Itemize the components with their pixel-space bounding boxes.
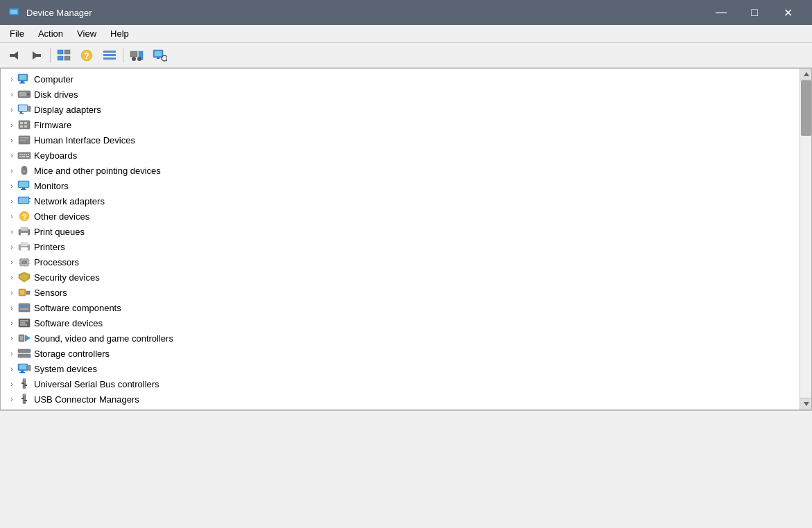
svg-point-23 — [162, 55, 167, 61]
svg-point-18 — [132, 57, 136, 61]
icon-software-devices — [17, 317, 31, 328]
tree-item-other[interactable]: › ? Other devices — [1, 209, 800, 224]
svg-rect-22 — [157, 58, 159, 59]
svg-rect-14 — [103, 54, 116, 56]
tree-item-usb[interactable]: › Universal Serial Bus controllers — [1, 376, 800, 391]
tree-item-sensors[interactable]: › Sensors — [1, 285, 800, 300]
label-mice: Mice and other pointing devices — [34, 166, 161, 176]
chevron-firmware: › — [6, 119, 17, 130]
svg-rect-63 — [19, 197, 28, 203]
svg-rect-47 — [19, 154, 21, 155]
scroll-down-button[interactable] — [800, 398, 812, 410]
forward-icon — [30, 49, 44, 62]
svg-rect-116 — [24, 385, 27, 386]
icon-print-queues — [17, 226, 31, 237]
toolbar-forward-button[interactable] — [26, 45, 48, 66]
label-monitors: Monitors — [34, 181, 69, 191]
svg-point-118 — [23, 394, 26, 396]
tree-item-keyboards[interactable]: › Keyboards — [1, 148, 800, 163]
status-bar — [0, 410, 812, 425]
svg-rect-99 — [20, 322, 26, 324]
scroll-thumb[interactable] — [801, 80, 811, 136]
svg-point-75 — [27, 246, 28, 247]
label-display-adapters: Display adapters — [34, 105, 101, 115]
chevron-usb-connector: › — [6, 394, 17, 405]
tree-item-mice[interactable]: › Mice and other pointing devices — [1, 163, 800, 178]
tree-item-network[interactable]: › Network adapters — [1, 193, 800, 209]
tree-item-security[interactable]: › Security devices — [1, 270, 800, 285]
tree-item-printers[interactable]: › Printers — [1, 239, 800, 254]
icon-other: ? — [17, 211, 31, 222]
svg-point-114 — [23, 378, 26, 381]
svg-marker-103 — [25, 335, 31, 342]
scroll-up-button[interactable] — [800, 69, 812, 80]
tree-item-hid[interactable]: › Human Interface Devices — [1, 132, 800, 148]
icon-mice — [17, 165, 31, 176]
label-firmware: Firmware — [34, 120, 71, 130]
icon-usb-connector — [17, 394, 31, 405]
tree-item-print-queues[interactable]: › Print queues — [1, 224, 800, 239]
tree-item-storage[interactable]: › Storage controllers — [1, 346, 800, 361]
tree-item-processors[interactable]: › — [1, 254, 800, 270]
toolbar-properties-button[interactable] — [53, 45, 75, 66]
tree-item-software-devices[interactable]: › Software devices — [1, 315, 800, 331]
svg-rect-44 — [20, 139, 28, 139]
icon-monitors — [17, 180, 31, 191]
icon-storage — [17, 348, 31, 359]
svg-rect-49 — [24, 154, 25, 155]
scrollbar[interactable] — [800, 69, 811, 410]
svg-rect-28 — [19, 82, 25, 84]
svg-rect-54 — [26, 156, 29, 157]
menu-file[interactable]: File — [3, 26, 31, 42]
toolbar-separator-1 — [50, 48, 51, 63]
icon-keyboards — [17, 150, 31, 161]
svg-rect-115 — [21, 382, 24, 384]
icon-system — [17, 363, 31, 374]
close-button[interactable]: ✕ — [772, 1, 804, 24]
chevron-processors: › — [6, 256, 17, 267]
tree-item-monitors[interactable]: › Monitors — [1, 178, 800, 193]
chevron-security: › — [6, 272, 17, 283]
tree-item-sound-video[interactable]: › Sound, video and game controllers — [1, 331, 800, 346]
toolbar-scan-button[interactable] — [148, 45, 171, 66]
chevron-system: › — [6, 363, 17, 374]
chevron-keyboards: › — [6, 150, 17, 161]
tree-item-display-adapters[interactable]: › Display adapters — [1, 102, 800, 117]
menu-help[interactable]: Help — [103, 26, 136, 42]
toolbar-update-button[interactable] — [126, 45, 148, 66]
svg-point-57 — [24, 170, 26, 173]
svg-rect-111 — [19, 372, 25, 373]
label-usb-connector: USB Connector Managers — [34, 394, 139, 405]
svg-rect-33 — [19, 105, 27, 111]
maximize-button[interactable]: □ — [738, 1, 770, 24]
svg-rect-8 — [58, 56, 63, 60]
toolbar-help-button[interactable]: ? — [76, 45, 98, 66]
minimize-button[interactable]: — — [705, 1, 737, 24]
scroll-track[interactable] — [800, 80, 811, 398]
label-storage: Storage controllers — [34, 349, 110, 359]
svg-rect-37 — [19, 121, 30, 129]
tree-item-system[interactable]: › System devices — [1, 361, 800, 376]
title-bar-left: Device Manager — [8, 6, 92, 19]
tree-item-disk-drives[interactable]: › Disk drives — [1, 87, 800, 102]
svg-rect-70 — [21, 227, 28, 231]
tree-item-usb-connector[interactable]: › USB Connector Managers — [1, 391, 800, 407]
label-print-queues: Print queues — [34, 227, 85, 237]
svg-rect-53 — [21, 156, 25, 157]
label-hid: Human Interface Devices — [34, 135, 135, 146]
label-software-devices: Software devices — [34, 318, 103, 328]
svg-rect-71 — [21, 233, 28, 236]
toolbar-list-view-button[interactable] — [98, 45, 121, 66]
svg-rect-27 — [21, 81, 24, 82]
svg-rect-30 — [19, 92, 26, 96]
menu-view[interactable]: View — [70, 26, 103, 42]
tree-item-firmware[interactable]: › Firmware — [1, 117, 800, 132]
menu-action[interactable]: Action — [31, 26, 70, 42]
toolbar-back-button[interactable] — [3, 45, 25, 66]
svg-rect-26 — [19, 75, 26, 80]
svg-rect-66 — [29, 201, 31, 202]
tree-item-software-components[interactable]: › Software components — [1, 300, 800, 315]
svg-text:?: ? — [22, 213, 27, 221]
tree-item-computer[interactable]: › Computer — [1, 71, 800, 87]
device-tree[interactable]: › Computer › — [1, 69, 800, 410]
